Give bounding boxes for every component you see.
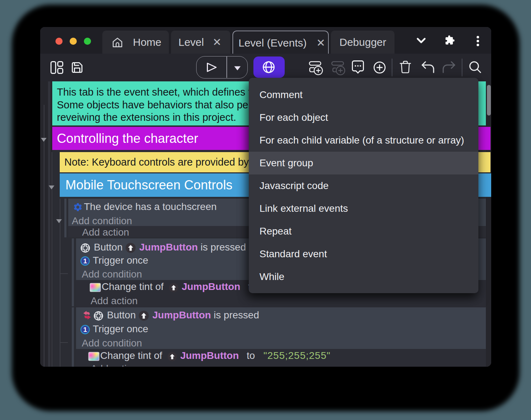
svg-text:1: 1 — [83, 257, 87, 265]
svg-text:1: 1 — [83, 326, 87, 333]
